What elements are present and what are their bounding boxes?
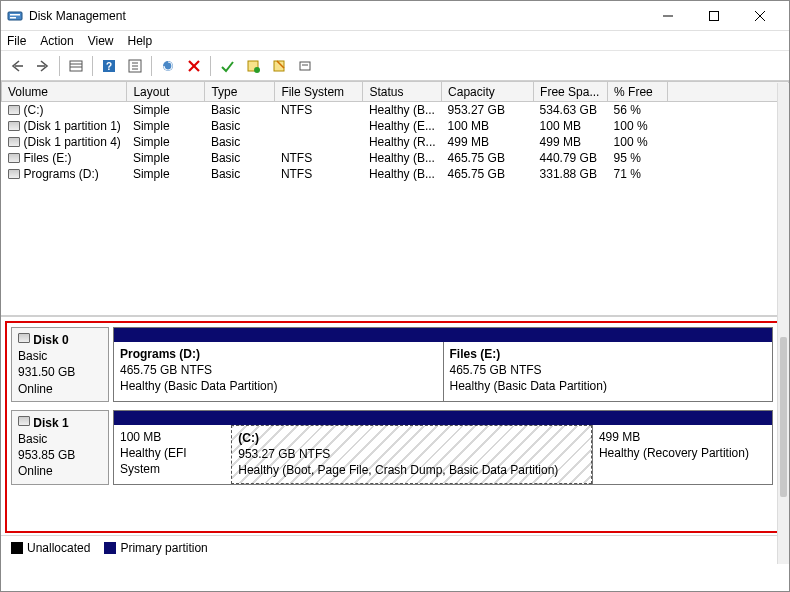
- drive-icon: [8, 105, 20, 115]
- vol-name: (Disk 1 partition 4): [24, 135, 121, 149]
- new-partition-button[interactable]: [241, 54, 265, 78]
- vol-layout: Simple: [127, 102, 205, 119]
- vol-type: Basic: [205, 102, 275, 119]
- vol-layout: Simple: [127, 166, 205, 182]
- forward-button[interactable]: [31, 54, 55, 78]
- disk-label[interactable]: Disk 1Basic953.85 GBOnline: [11, 410, 109, 485]
- svg-rect-4: [710, 11, 719, 20]
- vol-layout: Simple: [127, 134, 205, 150]
- vertical-scrollbar[interactable]: [777, 83, 789, 564]
- volume-table-area: Volume Layout Type File System Status Ca…: [1, 81, 789, 317]
- drive-icon: [8, 137, 20, 147]
- svg-text:?: ?: [106, 61, 112, 72]
- legend-unallocated: Unallocated: [11, 541, 90, 555]
- vol-name: (C:): [24, 103, 44, 117]
- vol-name: Programs (D:): [24, 167, 99, 181]
- disk-body: Programs (D:)465.75 GB NTFSHealthy (Basi…: [113, 327, 773, 402]
- volume-table[interactable]: Volume Layout Type File System Status Ca…: [1, 81, 789, 182]
- partition[interactable]: 499 MBHealthy (Recovery Partition): [592, 425, 772, 484]
- table-row[interactable]: (Disk 1 partition 4)SimpleBasicHealthy (…: [2, 134, 789, 150]
- vol-pct: 100 %: [608, 134, 668, 150]
- table-row[interactable]: (C:)SimpleBasicNTFSHealthy (B...953.27 G…: [2, 102, 789, 119]
- drive-icon: [8, 121, 20, 131]
- properties-button[interactable]: [123, 54, 147, 78]
- menu-bar: File Action View Help: [1, 31, 789, 51]
- col-free[interactable]: Free Spa...: [534, 82, 608, 102]
- settings-button[interactable]: [293, 54, 317, 78]
- menu-file[interactable]: File: [7, 34, 26, 48]
- app-icon: [7, 8, 23, 24]
- vol-pct: 100 %: [608, 118, 668, 134]
- vol-name: Files (E:): [24, 151, 72, 165]
- vol-status: Healthy (B...: [363, 150, 442, 166]
- col-status[interactable]: Status: [363, 82, 442, 102]
- delete-button[interactable]: [182, 54, 206, 78]
- rescan-button[interactable]: [156, 54, 180, 78]
- partition[interactable]: Programs (D:)465.75 GB NTFSHealthy (Basi…: [114, 342, 443, 401]
- vol-type: Basic: [205, 134, 275, 150]
- vol-fs: NTFS: [275, 102, 363, 119]
- vol-type: Basic: [205, 166, 275, 182]
- vol-layout: Simple: [127, 118, 205, 134]
- minimize-button[interactable]: [645, 1, 691, 30]
- vol-name: (Disk 1 partition 1): [24, 119, 121, 133]
- drive-icon: [8, 153, 20, 163]
- disk-label[interactable]: Disk 0Basic931.50 GBOnline: [11, 327, 109, 402]
- vol-fs: NTFS: [275, 166, 363, 182]
- vol-free: 331.88 GB: [534, 166, 608, 182]
- menu-action[interactable]: Action: [40, 34, 73, 48]
- vol-fs: [275, 134, 363, 150]
- vol-pct: 95 %: [608, 150, 668, 166]
- title-bar: Disk Management: [1, 1, 789, 31]
- disk-header-bar: [114, 411, 772, 425]
- back-button[interactable]: [5, 54, 29, 78]
- col-capacity[interactable]: Capacity: [442, 82, 534, 102]
- drive-icon: [18, 333, 30, 343]
- col-layout[interactable]: Layout: [127, 82, 205, 102]
- toolbar: ?: [1, 51, 789, 81]
- apply-button[interactable]: [215, 54, 239, 78]
- legend-primary: Primary partition: [104, 541, 207, 555]
- partition[interactable]: (C:)953.27 GB NTFSHealthy (Boot, Page Fi…: [231, 425, 592, 484]
- vol-status: Healthy (B...: [363, 166, 442, 182]
- svg-rect-2: [10, 17, 16, 19]
- vol-fs: NTFS: [275, 150, 363, 166]
- vol-capacity: 499 MB: [442, 134, 534, 150]
- disk-graphical-view: Disk 0Basic931.50 GBOnlinePrograms (D:)4…: [5, 321, 779, 533]
- drive-icon: [8, 169, 20, 179]
- table-row[interactable]: Files (E:)SimpleBasicNTFSHealthy (B...46…: [2, 150, 789, 166]
- disk-row: Disk 0Basic931.50 GBOnlinePrograms (D:)4…: [11, 327, 773, 402]
- col-fs[interactable]: File System: [275, 82, 363, 102]
- vol-capacity: 953.27 GB: [442, 102, 534, 119]
- format-button[interactable]: [267, 54, 291, 78]
- vol-capacity: 465.75 GB: [442, 166, 534, 182]
- maximize-button[interactable]: [691, 1, 737, 30]
- vol-free: 440.79 GB: [534, 150, 608, 166]
- menu-help[interactable]: Help: [128, 34, 153, 48]
- table-row[interactable]: Programs (D:)SimpleBasicNTFSHealthy (B..…: [2, 166, 789, 182]
- vol-type: Basic: [205, 118, 275, 134]
- window-controls: [645, 1, 783, 30]
- svg-point-20: [254, 67, 260, 73]
- vol-free: 100 MB: [534, 118, 608, 134]
- menu-view[interactable]: View: [88, 34, 114, 48]
- svg-rect-22: [300, 62, 310, 70]
- col-spacer: [668, 82, 789, 102]
- vol-layout: Simple: [127, 150, 205, 166]
- help-button[interactable]: ?: [97, 54, 121, 78]
- partition[interactable]: Files (E:)465.75 GB NTFSHealthy (Basic D…: [443, 342, 773, 401]
- table-header-row: Volume Layout Type File System Status Ca…: [2, 82, 789, 102]
- col-pctfree[interactable]: % Free: [608, 82, 668, 102]
- vol-type: Basic: [205, 150, 275, 166]
- vol-free: 499 MB: [534, 134, 608, 150]
- partition[interactable]: 100 MBHealthy (EFI System: [114, 425, 231, 484]
- disk-row: Disk 1Basic953.85 GBOnline100 MBHealthy …: [11, 410, 773, 485]
- vol-pct: 56 %: [608, 102, 668, 119]
- table-view-button[interactable]: [64, 54, 88, 78]
- window-title: Disk Management: [29, 9, 645, 23]
- close-button[interactable]: [737, 1, 783, 30]
- table-row[interactable]: (Disk 1 partition 1)SimpleBasicHealthy (…: [2, 118, 789, 134]
- col-type[interactable]: Type: [205, 82, 275, 102]
- col-volume[interactable]: Volume: [2, 82, 127, 102]
- svg-rect-0: [8, 12, 22, 20]
